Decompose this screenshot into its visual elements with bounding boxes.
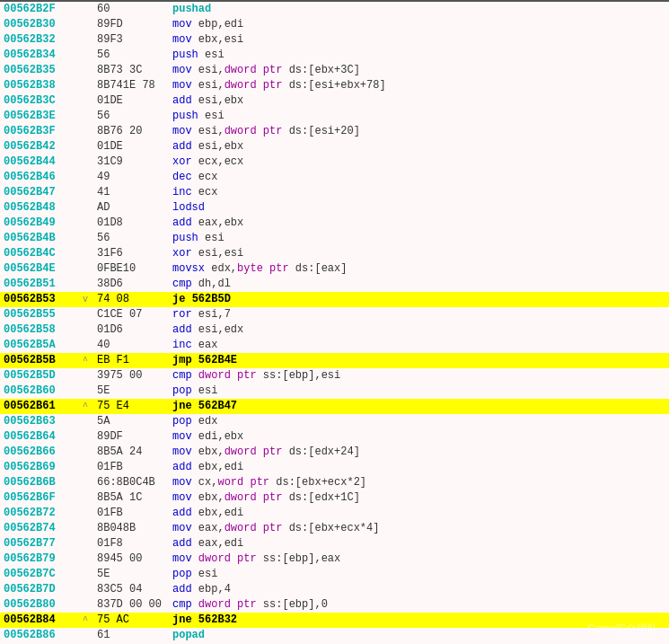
col-bytes: 49 (93, 170, 165, 185)
table-row[interactable]: 00562B6489DFmov edi,ebx (0, 429, 669, 445)
table-row[interactable]: 00562B4649dec ecx (0, 170, 669, 185)
col-bytes: 56 (93, 48, 165, 63)
col-instruction: push esi (165, 231, 669, 246)
col-bytes: 01FB (93, 460, 165, 475)
col-address: 00562B6F (0, 490, 81, 506)
col-bytes: 8B5A 24 (93, 445, 165, 460)
col-bytes: 01DE (93, 139, 165, 154)
table-row[interactable]: 00562B5D3975 00cmp dword ptr ss:[ebp],es… (0, 368, 669, 384)
col-address: 00562B51 (0, 277, 81, 292)
table-row[interactable]: 00562B3F8B76 20mov esi,dword ptr ds:[esi… (0, 124, 669, 139)
table-row[interactable]: 00562B4431C9xor ecx,ecx (0, 154, 669, 170)
col-bytes: 01DE (93, 93, 165, 109)
table-row[interactable]: 00562B80837D 00 00cmp dword ptr ss:[ebp]… (0, 597, 669, 613)
col-address: 00562B2F (0, 2, 81, 17)
col-arrow (81, 429, 93, 445)
table-row[interactable]: 00562B4201DEadd esi,ebx (0, 139, 669, 154)
col-instruction: mov ebx,dword ptr ds:[edx+1C] (165, 490, 669, 506)
col-bytes: 5E (93, 567, 165, 582)
table-row[interactable]: 00562B388B741E 78mov esi,dword ptr ds:[e… (0, 78, 669, 93)
col-arrow (81, 17, 93, 32)
col-instruction: pop esi (165, 384, 669, 399)
col-bytes: 31F6 (93, 246, 165, 261)
col-arrow (81, 307, 93, 322)
col-address: 00562B69 (0, 460, 81, 475)
col-arrow (81, 48, 93, 63)
col-bytes: 837D 00 00 (93, 597, 165, 613)
table-row[interactable]: 00562B61^75 E4jne 562B47 (0, 399, 669, 414)
col-address: 00562B3F (0, 124, 81, 139)
col-bytes: 89DF (93, 429, 165, 445)
col-address: 00562B77 (0, 536, 81, 551)
table-row[interactable]: 00562B3289F3mov ebx,esi (0, 32, 669, 48)
col-address: 00562B84 (0, 613, 81, 628)
col-address: 00562B7C (0, 567, 81, 582)
table-row[interactable]: 00562B7701F8add eax,edi (0, 536, 669, 551)
col-instruction: movsx edx,byte ptr ds:[eax] (165, 261, 669, 277)
table-row[interactable]: 00562B55C1CE 07ror esi,7 (0, 307, 669, 322)
col-arrow (81, 368, 93, 384)
col-address: 00562B74 (0, 521, 81, 536)
table-row[interactable]: 00562B5801D6add esi,edx (0, 322, 669, 338)
col-arrow (81, 536, 93, 551)
table-row[interactable]: 00562B605Epop esi (0, 384, 669, 399)
table-row[interactable]: 00562B6B66:8B0C4Bmov cx,word ptr ds:[ebx… (0, 475, 669, 490)
col-instruction: add ebx,edi (165, 460, 669, 475)
table-row[interactable]: 00562B7D83C5 04add ebp,4 (0, 582, 669, 597)
col-arrow (81, 63, 93, 78)
table-row[interactable]: 00562B4E0FBE10movsx edx,byte ptr ds:[eax… (0, 261, 669, 277)
col-arrow (81, 384, 93, 399)
table-row[interactable]: 00562B53v74 08je 562B5D (0, 292, 669, 307)
col-address: 00562B55 (0, 307, 81, 322)
table-row[interactable]: 00562B668B5A 24mov ebx,dword ptr ds:[edx… (0, 445, 669, 460)
col-arrow (81, 475, 93, 490)
table-row[interactable]: 00562B358B73 3Cmov esi,dword ptr ds:[ebx… (0, 63, 669, 78)
col-arrow (81, 139, 93, 154)
col-bytes: 74 08 (93, 292, 165, 307)
col-bytes: 56 (93, 109, 165, 124)
table-row[interactable]: 00562B748B048Bmov eax,dword ptr ds:[ebx+… (0, 521, 669, 536)
table-row[interactable]: 00562B7C5Epop esi (0, 567, 669, 582)
col-bytes: 75 AC (93, 613, 165, 628)
col-address: 00562B30 (0, 17, 81, 32)
table-row[interactable]: 00562B8661popad (0, 628, 669, 643)
col-instruction: inc ecx (165, 185, 669, 200)
col-address: 00562B61 (0, 399, 81, 414)
col-arrow (81, 628, 93, 643)
table-row[interactable]: 00562B3456push esi (0, 48, 669, 63)
col-instruction: push esi (165, 48, 669, 63)
col-arrow (81, 2, 93, 17)
table-row[interactable]: 00562B3E56push esi (0, 109, 669, 124)
table-row[interactable]: 00562B635Apop edx (0, 414, 669, 429)
table-row[interactable]: 00562B3C01DEadd esi,ebx (0, 93, 669, 109)
col-arrow (81, 246, 93, 261)
table-row[interactable]: 00562B2F60pushad (0, 2, 669, 17)
col-arrow (81, 322, 93, 338)
table-row[interactable]: 00562B5A40inc eax (0, 338, 669, 353)
table-row[interactable]: 00562B5B^EB F1jmp 562B4E (0, 353, 669, 368)
col-address: 00562B63 (0, 414, 81, 429)
table-row[interactable]: 00562B5138D6cmp dh,dl (0, 277, 669, 292)
table-row[interactable]: 00562B4C31F6xor esi,esi (0, 246, 669, 261)
col-arrow (81, 154, 93, 170)
col-instruction: add esi,edx (165, 322, 669, 338)
col-instruction: mov edi,ebx (165, 429, 669, 445)
table-row[interactable]: 00562B48ADlodsd (0, 200, 669, 216)
col-bytes: 8B76 20 (93, 124, 165, 139)
table-row[interactable]: 00562B798945 00mov dword ptr ss:[ebp],ea… (0, 551, 669, 567)
col-instruction: jne 562B32 (165, 613, 669, 628)
table-row[interactable]: 00562B7201FBadd ebx,edi (0, 506, 669, 521)
table-row[interactable]: 00562B6901FBadd ebx,edi (0, 460, 669, 475)
col-address: 00562B60 (0, 384, 81, 399)
col-address: 00562B64 (0, 429, 81, 445)
table-row[interactable]: 00562B6F8B5A 1Cmov ebx,dword ptr ds:[edx… (0, 490, 669, 506)
col-bytes: 5E (93, 384, 165, 399)
col-address: 00562B80 (0, 597, 81, 613)
table-row[interactable]: 00562B4741inc ecx (0, 185, 669, 200)
table-row[interactable]: 00562B84^75 ACjne 562B32 (0, 613, 669, 628)
table-row[interactable]: 00562B3089FDmov ebp,edi (0, 17, 669, 32)
col-arrow (81, 338, 93, 353)
table-row[interactable]: 00562B4901D8add eax,ebx (0, 216, 669, 231)
col-instruction: mov eax,dword ptr ds:[ebx+ecx*4] (165, 521, 669, 536)
table-row[interactable]: 00562B4B56push esi (0, 231, 669, 246)
